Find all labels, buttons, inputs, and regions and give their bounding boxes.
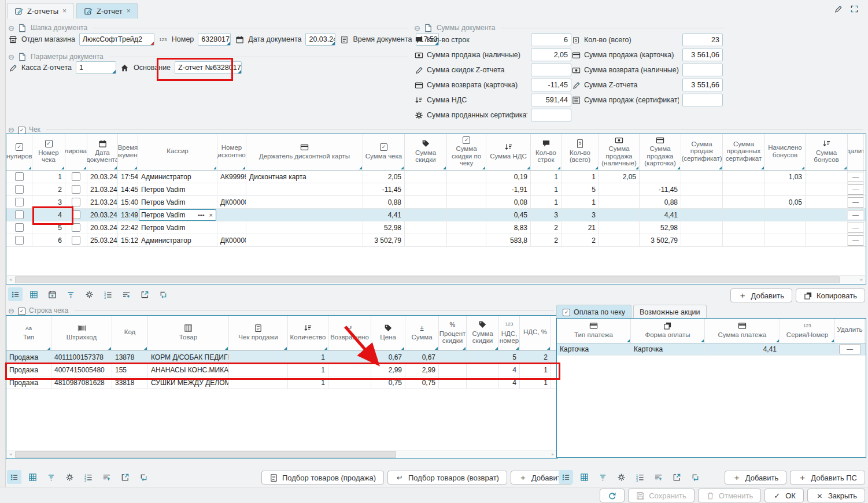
gear-button[interactable] <box>82 287 97 301</box>
table-cell[interactable]: 5 <box>32 221 65 234</box>
row-delete-button[interactable]: — <box>848 223 864 233</box>
table-cell[interactable]: Петров Vadim <box>138 196 217 208</box>
row-delete-button[interactable]: — <box>839 344 861 354</box>
table-cell[interactable]: 3 502,79 <box>363 234 405 246</box>
collapse-icon[interactable]: ⊖ <box>8 125 14 134</box>
column-header[interactable]: Сумма продажа (карточка) <box>640 134 681 170</box>
table-row[interactable]: 221.03.2414:45Петров Vadim-11,45-1,9115-… <box>6 183 866 196</box>
row-delete-button[interactable]: — <box>848 210 864 220</box>
table-cell[interactable]: 0,67 <box>371 351 405 363</box>
column-header[interactable]: Кол-во строк <box>531 134 562 170</box>
table-cell[interactable]: 2 <box>520 351 551 363</box>
checkbox-cell[interactable] <box>65 196 87 208</box>
column-header[interactable]: Сумма продаж (сертификат) <box>681 134 723 170</box>
table-cell[interactable] <box>246 183 363 195</box>
table-cell[interactable]: 2 <box>531 221 562 234</box>
table-row[interactable]: 120.03.2417:54АдминистраторАК99999Дискон… <box>6 171 866 183</box>
table-cell[interactable]: 21.03.24 <box>87 183 118 195</box>
table-cell[interactable] <box>246 221 363 234</box>
column-header[interactable]: Сумма НДС <box>486 134 531 170</box>
collapse-icon[interactable]: ⊖ <box>8 306 14 315</box>
table-cell[interactable] <box>447 171 486 183</box>
sum-field-input[interactable]: 23 <box>682 34 723 46</box>
table-cell[interactable]: 2,05 <box>599 171 640 183</box>
refresh-button[interactable] <box>600 489 625 502</box>
open-window-button[interactable] <box>138 287 152 301</box>
table-cell[interactable] <box>229 351 288 363</box>
table-cell[interactable] <box>405 171 447 183</box>
table-cell[interactable]: 4 <box>499 364 520 376</box>
tab-z-report[interactable]: Z-отчет× <box>76 3 138 19</box>
checkbox-cell[interactable] <box>65 209 87 221</box>
sum-field-input[interactable] <box>682 94 723 106</box>
sum-field-input[interactable]: -11,45 <box>531 79 571 91</box>
column-header[interactable]: Начислено бонусов <box>765 134 806 170</box>
table-cell[interactable]: 4,41 <box>640 209 681 221</box>
table-row[interactable]: Продажа4007415005480155АНАНАСЫ КОНС.МИКА… <box>6 364 557 376</box>
table-cell[interactable]: 1 <box>288 351 328 363</box>
table-cell[interactable]: 1 <box>288 376 328 389</box>
table-cell[interactable] <box>681 234 723 246</box>
table-cell[interactable] <box>681 171 723 183</box>
checkbox-cell[interactable] <box>6 221 32 234</box>
table-cell[interactable] <box>640 171 681 183</box>
delete-cell[interactable]: — <box>848 209 864 221</box>
table-cell[interactable]: 0,19 <box>486 171 531 183</box>
scroll-right-arrow[interactable]: ▸ <box>858 276 865 283</box>
table-cell[interactable]: 1 <box>32 171 65 183</box>
add-row-button[interactable] <box>651 470 666 484</box>
table-cell[interactable]: 2,99 <box>405 364 439 376</box>
table-cell[interactable]: 1 <box>520 364 551 376</box>
left-collapsed-panel[interactable] <box>0 0 6 503</box>
reload-loop-button[interactable] <box>688 470 703 484</box>
table-cell[interactable]: Петров Vadim <box>138 221 217 234</box>
table-cell[interactable]: 0,67 <box>405 351 439 363</box>
column-header[interactable]: Тип платежа <box>557 319 631 343</box>
column-header[interactable]: Чек продажи <box>229 316 288 350</box>
gear-button[interactable] <box>614 470 629 484</box>
delete-cell[interactable]: — <box>848 234 864 246</box>
sum-field-input[interactable]: 591,44 <box>531 94 571 106</box>
table-row[interactable]: Продажа401110015737813878КОРМ Д/СОБАК ПЕ… <box>6 351 557 364</box>
table-cell[interactable]: 0,75 <box>371 376 405 389</box>
copy-check-button[interactable]: Копировать <box>796 289 865 302</box>
add-payment-ps-button[interactable]: +Добавить ПС <box>790 471 865 484</box>
table-cell[interactable]: 25.03.24 <box>87 234 118 246</box>
table-cell[interactable]: 4 <box>499 376 520 389</box>
table-cell[interactable]: 1 <box>531 183 562 195</box>
column-header[interactable]: Сумма бонусов <box>806 134 848 170</box>
sum-field-input[interactable] <box>682 64 723 76</box>
checkbox-cell[interactable] <box>65 183 87 195</box>
horizontal-scrollbar[interactable]: ◂▸ <box>7 450 556 458</box>
table-cell[interactable] <box>599 196 640 208</box>
table-cell[interactable]: 15:40 <box>118 196 138 208</box>
cell-editor[interactable]: Петров Vadim•••× <box>139 209 216 221</box>
save-button[interactable]: Сохранить <box>628 489 695 502</box>
table-cell[interactable]: 3 502,79 <box>640 234 681 246</box>
row-checkbox[interactable] <box>72 172 80 181</box>
delete-cell[interactable]: — <box>835 343 865 355</box>
edit-pencil-icon[interactable] <box>834 5 843 15</box>
checkbox-cell[interactable] <box>65 234 87 246</box>
sum-field-input[interactable]: 3 551,66 <box>682 79 723 91</box>
column-header[interactable]: ±Сумма <box>405 316 439 350</box>
reload-loop-button[interactable] <box>156 287 171 301</box>
editor-clear-button[interactable]: × <box>208 211 214 219</box>
table-cell[interactable]: Продажа <box>6 364 51 376</box>
table-cell[interactable]: 15:12 <box>118 234 138 246</box>
table-cell[interactable]: 0,88 <box>640 196 681 208</box>
table-row[interactable]: КарточкаКарточка4,41— <box>557 343 866 356</box>
column-header[interactable]: ✓Сумма чека <box>363 134 405 170</box>
table-cell[interactable]: 2 <box>562 234 599 246</box>
table-cell[interactable] <box>467 351 499 363</box>
table-cell[interactable]: СУШКИ МЕЖДУ ДЕЛОМ <box>148 376 229 389</box>
table-cell[interactable]: 20.03.24 <box>87 171 118 183</box>
column-header[interactable]: Аннулированный <box>65 134 87 170</box>
delete-cell[interactable]: — <box>848 196 864 208</box>
table-cell[interactable]: 583,8 <box>486 234 531 246</box>
table-cell[interactable] <box>599 209 640 221</box>
table-cell[interactable] <box>439 376 467 389</box>
table-cell[interactable] <box>405 209 447 221</box>
row-delete-button[interactable]: — <box>848 235 864 246</box>
table-cell[interactable]: ДК00000 <box>217 196 246 208</box>
